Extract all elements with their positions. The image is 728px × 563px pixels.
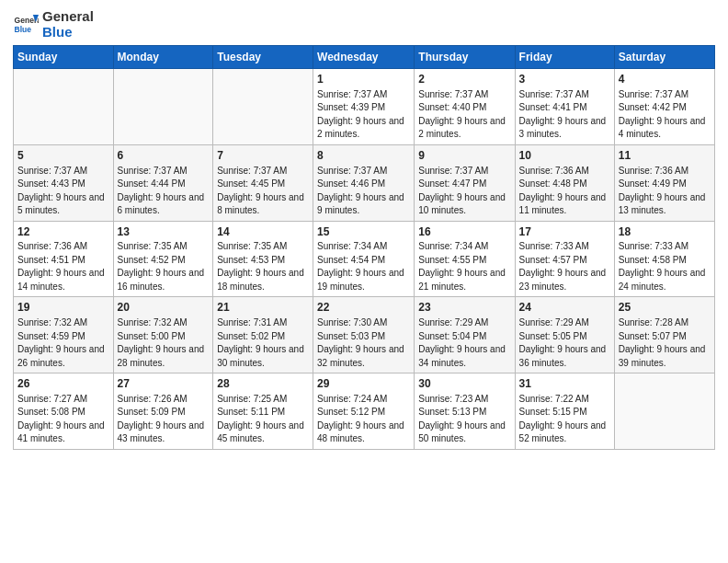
day-number: 3 <box>519 72 610 87</box>
day-number: 18 <box>619 224 711 240</box>
day-cell: 1Sunrise: 7:37 AMSunset: 4:39 PMDaylight… <box>313 69 415 145</box>
day-info: Sunrise: 7:35 AMSunset: 4:52 PMDaylight:… <box>118 240 210 293</box>
day-cell: 22Sunrise: 7:30 AMSunset: 5:03 PMDayligh… <box>313 297 415 373</box>
day-number: 21 <box>217 300 309 316</box>
day-info: Sunrise: 7:37 AMSunset: 4:47 PMDaylight:… <box>418 165 510 218</box>
day-number: 31 <box>519 376 610 392</box>
day-info: Sunrise: 7:37 AMSunset: 4:40 PMDaylight:… <box>418 88 510 142</box>
day-number: 6 <box>118 148 210 164</box>
day-cell: 28Sunrise: 7:25 AMSunset: 5:11 PMDayligh… <box>213 373 313 450</box>
svg-text:Blue: Blue <box>15 24 32 33</box>
day-number: 5 <box>17 148 109 164</box>
day-number: 27 <box>118 376 210 392</box>
day-info: Sunrise: 7:35 AMSunset: 4:53 PMDaylight:… <box>217 240 309 293</box>
day-info: Sunrise: 7:37 AMSunset: 4:42 PMDaylight:… <box>619 88 711 142</box>
day-number: 30 <box>418 376 510 392</box>
day-info: Sunrise: 7:28 AMSunset: 5:07 PMDaylight:… <box>619 316 711 370</box>
header-cell-wednesday: Wednesday <box>313 46 415 69</box>
day-info: Sunrise: 7:32 AMSunset: 5:00 PMDaylight:… <box>118 316 210 370</box>
day-info: Sunrise: 7:25 AMSunset: 5:11 PMDaylight:… <box>217 393 309 446</box>
week-row-1: 1Sunrise: 7:37 AMSunset: 4:39 PMDaylight… <box>14 69 715 145</box>
day-number: 15 <box>317 224 410 240</box>
day-number: 10 <box>519 148 610 164</box>
day-cell: 7Sunrise: 7:37 AMSunset: 4:45 PMDaylight… <box>213 144 313 221</box>
header-cell-monday: Monday <box>113 46 213 69</box>
day-cell: 8Sunrise: 7:37 AMSunset: 4:46 PMDaylight… <box>313 144 415 221</box>
day-cell: 30Sunrise: 7:23 AMSunset: 5:13 PMDayligh… <box>415 373 515 450</box>
day-cell: 26Sunrise: 7:27 AMSunset: 5:08 PMDayligh… <box>14 373 114 450</box>
day-number: 17 <box>519 224 610 240</box>
day-info: Sunrise: 7:37 AMSunset: 4:39 PMDaylight:… <box>317 88 410 142</box>
day-info: Sunrise: 7:36 AMSunset: 4:48 PMDaylight:… <box>519 165 610 218</box>
day-number: 11 <box>619 148 711 164</box>
day-info: Sunrise: 7:30 AMSunset: 5:03 PMDaylight:… <box>317 316 410 370</box>
day-cell: 13Sunrise: 7:35 AMSunset: 4:52 PMDayligh… <box>113 221 213 297</box>
day-cell: 6Sunrise: 7:37 AMSunset: 4:44 PMDaylight… <box>113 144 213 221</box>
day-cell: 4Sunrise: 7:37 AMSunset: 4:42 PMDaylight… <box>614 69 714 145</box>
day-info: Sunrise: 7:34 AMSunset: 4:55 PMDaylight:… <box>418 240 510 293</box>
day-cell: 11Sunrise: 7:36 AMSunset: 4:49 PMDayligh… <box>614 144 714 221</box>
header-cell-thursday: Thursday <box>415 46 515 69</box>
day-info: Sunrise: 7:36 AMSunset: 4:51 PMDaylight:… <box>17 240 109 293</box>
day-info: Sunrise: 7:29 AMSunset: 5:04 PMDaylight:… <box>418 316 510 370</box>
day-cell: 20Sunrise: 7:32 AMSunset: 5:00 PMDayligh… <box>113 297 213 373</box>
day-info: Sunrise: 7:26 AMSunset: 5:09 PMDaylight:… <box>118 393 210 446</box>
day-cell <box>614 373 714 450</box>
day-number: 19 <box>17 300 109 316</box>
day-number: 16 <box>418 224 510 240</box>
day-cell: 29Sunrise: 7:24 AMSunset: 5:12 PMDayligh… <box>313 373 415 450</box>
day-number: 22 <box>317 300 410 316</box>
day-cell: 12Sunrise: 7:36 AMSunset: 4:51 PMDayligh… <box>14 221 114 297</box>
day-info: Sunrise: 7:37 AMSunset: 4:41 PMDaylight:… <box>519 88 610 142</box>
header-cell-friday: Friday <box>515 46 614 69</box>
day-number: 20 <box>118 300 210 316</box>
week-row-3: 12Sunrise: 7:36 AMSunset: 4:51 PMDayligh… <box>14 221 715 297</box>
day-cell: 21Sunrise: 7:31 AMSunset: 5:02 PMDayligh… <box>213 297 313 373</box>
day-number: 25 <box>619 300 711 316</box>
header-row: SundayMondayTuesdayWednesdayThursdayFrid… <box>14 46 715 69</box>
week-row-5: 26Sunrise: 7:27 AMSunset: 5:08 PMDayligh… <box>14 373 715 450</box>
day-cell <box>14 69 114 145</box>
day-number: 28 <box>217 376 309 392</box>
day-number: 2 <box>418 72 510 87</box>
day-cell: 27Sunrise: 7:26 AMSunset: 5:09 PMDayligh… <box>113 373 213 450</box>
day-number: 23 <box>418 300 510 316</box>
header-cell-saturday: Saturday <box>614 46 714 69</box>
day-cell <box>213 69 313 145</box>
day-cell: 19Sunrise: 7:32 AMSunset: 4:59 PMDayligh… <box>14 297 114 373</box>
week-row-4: 19Sunrise: 7:32 AMSunset: 4:59 PMDayligh… <box>14 297 715 373</box>
day-cell: 9Sunrise: 7:37 AMSunset: 4:47 PMDaylight… <box>415 144 515 221</box>
day-info: Sunrise: 7:37 AMSunset: 4:45 PMDaylight:… <box>217 165 309 218</box>
day-cell: 18Sunrise: 7:33 AMSunset: 4:58 PMDayligh… <box>614 221 714 297</box>
day-number: 8 <box>317 148 410 164</box>
day-cell: 23Sunrise: 7:29 AMSunset: 5:04 PMDayligh… <box>415 297 515 373</box>
logo: General Blue General Blue <box>13 9 94 40</box>
day-cell: 31Sunrise: 7:22 AMSunset: 5:15 PMDayligh… <box>515 373 614 450</box>
day-number: 9 <box>418 148 510 164</box>
day-cell: 5Sunrise: 7:37 AMSunset: 4:43 PMDaylight… <box>14 144 114 221</box>
day-number: 26 <box>17 376 109 392</box>
day-info: Sunrise: 7:37 AMSunset: 4:43 PMDaylight:… <box>17 165 109 218</box>
calendar-body: 1Sunrise: 7:37 AMSunset: 4:39 PMDaylight… <box>14 69 715 450</box>
logo-icon: General Blue <box>13 12 39 38</box>
logo-blue: Blue <box>42 25 94 40</box>
header-cell-tuesday: Tuesday <box>213 46 313 69</box>
day-number: 24 <box>519 300 610 316</box>
day-cell: 14Sunrise: 7:35 AMSunset: 4:53 PMDayligh… <box>213 221 313 297</box>
day-cell: 2Sunrise: 7:37 AMSunset: 4:40 PMDaylight… <box>415 69 515 145</box>
day-cell: 15Sunrise: 7:34 AMSunset: 4:54 PMDayligh… <box>313 221 415 297</box>
day-info: Sunrise: 7:32 AMSunset: 4:59 PMDaylight:… <box>17 316 109 370</box>
calendar-header: SundayMondayTuesdayWednesdayThursdayFrid… <box>14 46 715 69</box>
day-info: Sunrise: 7:27 AMSunset: 5:08 PMDaylight:… <box>17 393 109 446</box>
day-info: Sunrise: 7:33 AMSunset: 4:57 PMDaylight:… <box>519 240 610 293</box>
day-info: Sunrise: 7:37 AMSunset: 4:44 PMDaylight:… <box>118 165 210 218</box>
day-info: Sunrise: 7:31 AMSunset: 5:02 PMDaylight:… <box>217 316 309 370</box>
day-number: 12 <box>17 224 109 240</box>
day-number: 29 <box>317 376 410 392</box>
calendar-table: SundayMondayTuesdayWednesdayThursdayFrid… <box>13 45 715 450</box>
week-row-2: 5Sunrise: 7:37 AMSunset: 4:43 PMDaylight… <box>14 144 715 221</box>
day-info: Sunrise: 7:24 AMSunset: 5:12 PMDaylight:… <box>317 393 410 446</box>
day-cell: 25Sunrise: 7:28 AMSunset: 5:07 PMDayligh… <box>614 297 714 373</box>
day-info: Sunrise: 7:23 AMSunset: 5:13 PMDaylight:… <box>418 393 510 446</box>
day-number: 4 <box>619 72 711 87</box>
